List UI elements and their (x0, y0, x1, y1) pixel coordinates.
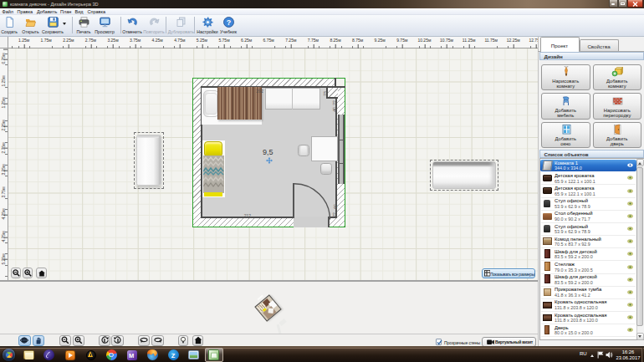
svg-text:?: ? (226, 18, 231, 26)
